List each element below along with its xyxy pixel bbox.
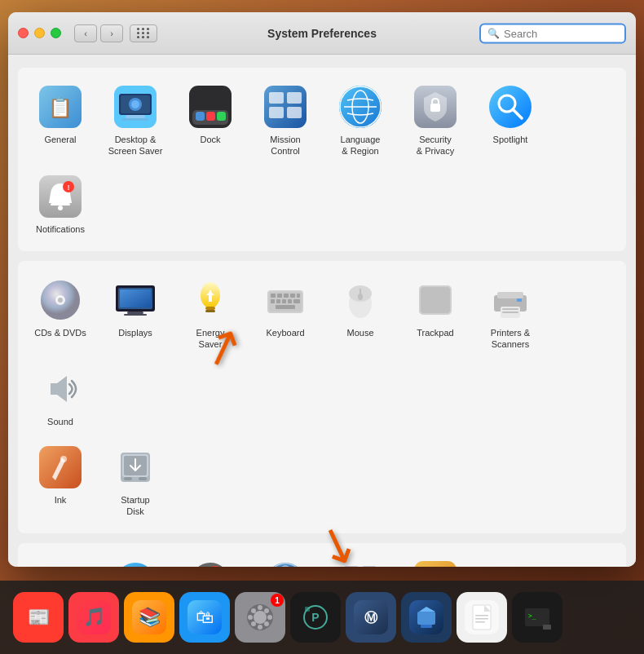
svg-text:>_: >_ [528,612,536,620]
pref-trackpad[interactable]: Trackpad [399,271,471,357]
dock-merge[interactable]: Ⓜ [346,592,396,643]
dock-cleanmaster[interactable] [401,592,452,643]
pref-software[interactable]: 1 SoftwareUpda... [174,553,246,567]
language-icon [337,84,383,130]
pref-keyboard[interactable]: Keyboard [249,271,321,357]
dock-appstore[interactable]: 🛍 [179,592,230,643]
svg-rect-51 [284,294,289,298]
pref-sharing[interactable]: Sharing [399,553,471,567]
security-label: Security& Privacy [417,134,454,157]
svg-rect-41 [124,314,147,316]
svg-point-133 [248,615,253,620]
mouse-icon [337,277,383,323]
pref-general[interactable]: 📋 General [24,77,96,164]
pref-printers[interactable]: Printers &Scanners [474,271,546,357]
section-2-items: CDs & DVDs [24,271,620,435]
pref-startup[interactable]: StartupDisk [99,438,171,524]
pref-language[interactable]: Language& Region [324,77,396,164]
pref-dock[interactable]: Dock [174,77,246,164]
section-hardware: CDs & DVDs [18,261,626,533]
svg-rect-52 [290,294,295,298]
energy-icon [187,277,233,323]
svg-rect-65 [421,287,450,313]
svg-rect-5 [122,118,148,121]
svg-rect-42 [120,289,151,307]
appstore-icon: 🛍 [187,600,222,634]
svg-text:!: ! [68,183,70,192]
ink-label: Ink [55,494,67,506]
pref-mouse[interactable]: Mouse [324,271,396,357]
svg-rect-77 [139,477,147,480]
pref-energy[interactable]: EnergySaver [174,271,246,357]
svg-text:📰: 📰 [28,606,51,628]
internet-icon: @ [112,559,158,567]
mission-icon [262,84,308,130]
terminal-icon: >_ [520,600,554,634]
pref-mission[interactable]: MissionControl [249,77,321,164]
pref-extensions[interactable]: Extensions [324,553,396,567]
dock-document[interactable] [457,592,507,643]
svg-point-73 [60,456,67,462]
energy-label: EnergySaver [196,327,225,351]
svg-rect-57 [288,299,292,303]
svg-rect-59 [276,305,295,309]
svg-point-84 [191,563,230,567]
svg-rect-67 [497,292,523,298]
mouse-label: Mouse [346,327,373,338]
pref-icloud[interactable]: iCloud [24,553,96,567]
keyboard-icon [262,277,308,323]
svg-rect-96 [414,561,457,567]
minimize-button[interactable] [34,28,45,38]
dock-sysprefs[interactable]: 1 [235,592,285,643]
svg-rect-58 [293,299,300,303]
svg-rect-152 [475,621,485,623]
cleanmaster-icon [409,600,443,634]
svg-rect-4 [126,115,145,118]
pref-ink[interactable]: Ink [24,438,96,524]
dock-music[interactable]: 🎵 [68,592,119,643]
svg-rect-25 [430,104,440,112]
sound-icon [37,366,83,412]
search-input[interactable] [504,27,618,39]
traffic-lights [18,28,61,38]
pref-desktop[interactable]: Desktop &Screen Saver [99,77,171,164]
sound-label: Sound [47,416,73,427]
pref-security[interactable]: Security& Privacy [399,77,471,164]
svg-text:P: P [311,611,319,624]
svg-point-138 [251,621,256,626]
pref-spotlight[interactable]: Spotlight [474,77,546,164]
sharing-icon [412,559,458,567]
general-label: General [44,134,76,145]
grid-view-button[interactable] [130,24,157,42]
svg-rect-49 [271,294,276,298]
back-button[interactable]: ‹ [74,24,97,42]
pref-displays[interactable]: Displays [99,271,171,357]
pref-sound[interactable]: Sound [24,360,96,434]
svg-rect-56 [282,299,286,303]
maximize-button[interactable] [51,28,61,38]
svg-point-26 [489,86,532,128]
pref-internet[interactable]: @ InternetAccounts [99,553,171,567]
svg-rect-55 [276,299,280,303]
cds-icon [37,277,83,323]
printers-icon [487,277,533,323]
pixelmator-icon: P [298,600,333,634]
forward-button[interactable]: › [100,24,123,42]
svg-rect-40 [127,312,143,314]
dock-pixelmator[interactable]: P [290,592,341,643]
dock-news[interactable]: 📰 [13,592,64,643]
ink-icon [37,444,83,490]
displays-icon [112,277,158,323]
section-internet: iCloud @ InternetAccounts [18,543,626,567]
pref-notifications[interactable]: ! Notifications [24,167,96,241]
dock-terminal[interactable]: >_ [512,592,562,643]
close-button[interactable] [18,28,29,38]
pref-cds[interactable]: CDs & DVDs [24,271,96,357]
pref-network[interactable]: Network [249,553,321,567]
dock-books[interactable]: 📚 [124,592,174,643]
general-icon: 📋 [37,84,83,130]
svg-rect-30 [51,203,70,205]
search-bar[interactable]: 🔍 [479,23,626,43]
svg-point-132 [258,625,262,630]
svg-rect-16 [287,92,302,104]
